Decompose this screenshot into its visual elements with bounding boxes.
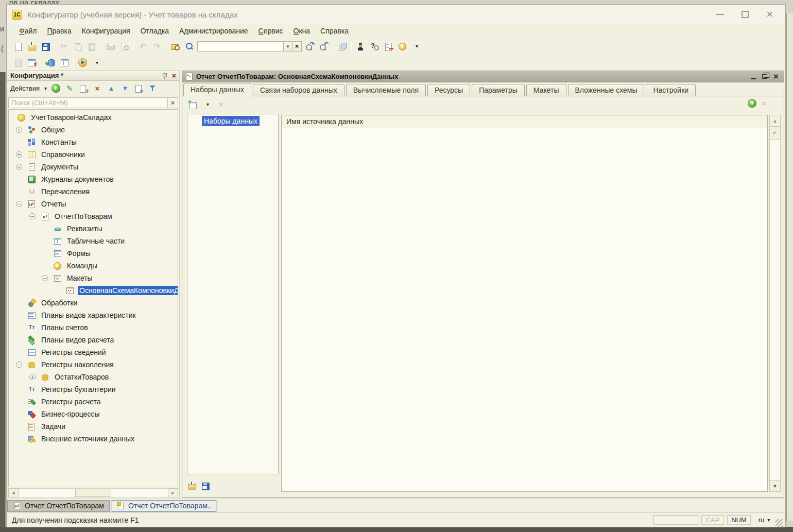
scrollbar-thumb[interactable] bbox=[75, 489, 111, 497]
panel-close-button[interactable]: × bbox=[172, 72, 176, 80]
find-next-button[interactable]: ↷ bbox=[303, 40, 317, 53]
tab-templates[interactable]: Макеты bbox=[526, 84, 566, 96]
tree-item-configuration-root[interactable]: УчетТоваровНаСкладах bbox=[9, 111, 178, 124]
pin-icon[interactable] bbox=[162, 73, 168, 79]
add-button[interactable]: + bbox=[50, 83, 61, 93]
tree-item-constants[interactable]: Константы bbox=[9, 136, 178, 148]
window-tab-dcs[interactable]: Отчет ОтчетПоТоварам.. bbox=[111, 500, 217, 512]
tree-item-data-processors[interactable]: Обработки bbox=[9, 297, 178, 309]
config-document-button[interactable] bbox=[11, 56, 25, 69]
tree-item-main-dcs-template[interactable]: ОсновнаяСхемаКомпоновкиДанных bbox=[9, 284, 178, 297]
expand-icon[interactable]: + bbox=[16, 151, 27, 158]
expand-icon[interactable]: + bbox=[16, 127, 27, 133]
tree-item-tabular-sections[interactable]: Табличные части bbox=[9, 235, 178, 247]
add-data-set-dropdown[interactable]: ▾ bbox=[200, 98, 214, 111]
move-down-button[interactable]: ▼ bbox=[120, 83, 130, 93]
paste-button[interactable] bbox=[85, 40, 99, 53]
window-tab-report[interactable]: Отчет ОтчетПоТоварам bbox=[7, 500, 110, 512]
close-button[interactable]: × bbox=[766, 11, 773, 18]
help-contents-button[interactable] bbox=[382, 40, 395, 53]
sort-button[interactable]: ▼ bbox=[134, 83, 144, 93]
help-search-button[interactable]: ? bbox=[368, 40, 382, 53]
search-dropdown-button[interactable]: ▾ bbox=[284, 41, 292, 52]
maximize-button[interactable] bbox=[742, 11, 749, 18]
tab-data-sets[interactable]: Наборы данных bbox=[183, 83, 251, 96]
menu-administration[interactable]: Администрирование bbox=[174, 26, 253, 36]
collapse-icon[interactable]: − bbox=[16, 201, 27, 207]
tab-nested-schemas[interactable]: Вложенные схемы bbox=[568, 84, 645, 96]
tree-item-accumulation-registers[interactable]: −Регистры накопления bbox=[9, 358, 178, 371]
scroll-right-button[interactable]: ► bbox=[168, 488, 178, 497]
undo-button[interactable]: ↶ bbox=[136, 40, 150, 53]
move-up-button[interactable]: ▲ bbox=[106, 83, 116, 93]
tree-item-accounting-registers[interactable]: ТтРегистры бухгалтерии bbox=[9, 383, 178, 396]
tree-item-forms[interactable]: Формы bbox=[9, 247, 178, 260]
data-source-table[interactable]: Имя источника данных bbox=[281, 115, 768, 492]
debug-options-button[interactable]: ▾ bbox=[90, 56, 104, 69]
print-preview-button[interactable] bbox=[117, 40, 131, 53]
tree-item-enumerations[interactable]: {..}Перечисления bbox=[9, 185, 178, 198]
data-source-column-header[interactable]: Имя источника данных bbox=[282, 115, 767, 128]
cut-button[interactable]: ✂ bbox=[57, 40, 71, 53]
collapse-icon[interactable]: − bbox=[42, 275, 53, 281]
add-copy-button[interactable]: + bbox=[78, 83, 89, 93]
tree-item-tasks[interactable]: Задачи bbox=[9, 420, 178, 433]
tree-horizontal-scrollbar[interactable]: ◄ ► bbox=[8, 488, 178, 497]
tree-item-external-data-sources[interactable]: Внешние источники данных bbox=[9, 433, 178, 445]
document-restore-button[interactable] bbox=[762, 74, 767, 79]
copy-button[interactable] bbox=[71, 40, 85, 53]
tree-item-attributes[interactable]: Реквизиты bbox=[9, 222, 178, 235]
tree-item-commands[interactable]: Команды bbox=[9, 260, 178, 272]
chevron-down-icon[interactable]: ▾ bbox=[44, 85, 47, 91]
tree-item-report-po-tovaram[interactable]: −ОтчетПоТоварам bbox=[9, 210, 178, 222]
filter-button[interactable] bbox=[148, 83, 158, 93]
document-minimize-button[interactable] bbox=[751, 78, 756, 79]
toolbar-options-button[interactable]: ▾ bbox=[409, 40, 423, 53]
save-button[interactable] bbox=[39, 40, 53, 53]
tab-resources[interactable]: Ресурсы bbox=[427, 84, 470, 96]
menu-windows[interactable]: Окна bbox=[288, 26, 316, 36]
tree-search-clear-button[interactable]: × bbox=[168, 97, 178, 108]
scrollbar-track[interactable] bbox=[19, 488, 168, 497]
start-debugging-button[interactable] bbox=[76, 56, 90, 69]
menu-configuration[interactable]: Конфигурация bbox=[77, 26, 135, 36]
language-indicator[interactable]: ru▾ bbox=[754, 515, 774, 525]
delete-data-set-button[interactable]: × bbox=[214, 98, 228, 111]
delete-button[interactable]: × bbox=[92, 83, 102, 93]
scrollbar-thumb[interactable]: ◤ bbox=[770, 127, 780, 140]
scroll-up-button[interactable]: ▲ bbox=[770, 115, 780, 127]
add-data-set-button[interactable]: + bbox=[186, 98, 200, 111]
tree-item-information-registers[interactable]: Регистры сведений bbox=[9, 346, 178, 358]
menu-file[interactable]: Файл bbox=[14, 26, 42, 36]
tree-item-business-processes[interactable]: Бизнес-процессы bbox=[9, 408, 178, 420]
search-clear-button[interactable]: × bbox=[292, 41, 302, 52]
tree-item-calculation-types[interactable]: Планы видов расчета bbox=[9, 334, 178, 346]
print-button[interactable] bbox=[104, 40, 117, 53]
minimize-button[interactable] bbox=[716, 14, 724, 15]
tree-item-ostatki-tovarov[interactable]: +ОстаткиТоваров bbox=[9, 371, 178, 383]
redo-button[interactable]: ↷ bbox=[150, 40, 164, 53]
tree-item-reports[interactable]: −Отчеты bbox=[9, 198, 178, 210]
menu-service[interactable]: Сервис bbox=[253, 26, 288, 36]
tab-calculated-fields[interactable]: Вычисляемые поля bbox=[346, 84, 426, 96]
menu-help[interactable]: Справка bbox=[315, 26, 354, 36]
scrollbar-track[interactable] bbox=[770, 140, 780, 480]
tree-item-common[interactable]: +Общие bbox=[9, 124, 178, 136]
delete-field-button[interactable]: × bbox=[762, 99, 766, 108]
save-schema-icon[interactable] bbox=[201, 482, 209, 489]
expand-icon[interactable]: + bbox=[16, 164, 27, 170]
update-db-config-button[interactable] bbox=[43, 56, 57, 69]
tree-item-document-journals[interactable]: Журналы документов bbox=[9, 173, 178, 185]
open-button[interactable] bbox=[25, 40, 39, 53]
tree-item-documents[interactable]: +Документы bbox=[9, 161, 178, 173]
windows-button[interactable] bbox=[335, 40, 349, 53]
tree-item-characteristic-types[interactable]: Планы видов характеристик bbox=[9, 309, 178, 321]
tree-item-charts-of-accounts[interactable]: ТтПланы счетов bbox=[9, 321, 178, 334]
tree-item-calculation-registers[interactable]: Регистры расчета bbox=[9, 396, 178, 408]
tree-item-templates[interactable]: −Макеты bbox=[9, 272, 178, 284]
menu-debug[interactable]: Отладка bbox=[135, 26, 174, 36]
new-document-button[interactable] bbox=[11, 40, 25, 53]
scroll-left-button[interactable]: ◄ bbox=[8, 488, 19, 497]
about-button[interactable] bbox=[395, 40, 409, 53]
find-previous-button[interactable]: ↶ bbox=[317, 40, 331, 53]
